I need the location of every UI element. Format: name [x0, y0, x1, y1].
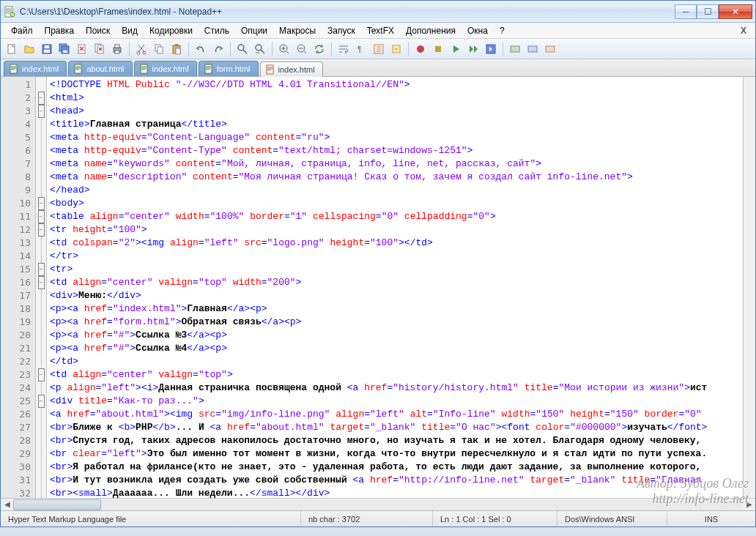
- copy-icon[interactable]: [151, 41, 167, 57]
- svg-rect-38: [205, 64, 212, 73]
- toolbar-separator: [230, 42, 231, 56]
- minimize-button[interactable]: ─: [675, 4, 697, 19]
- tabbar: index.html about.html index.html form.ht…: [1, 59, 755, 77]
- toolbar: ¶: [1, 39, 755, 59]
- svg-rect-18: [158, 47, 163, 53]
- toggle-2-icon[interactable]: [525, 41, 541, 57]
- file-icon: [139, 64, 149, 74]
- toolbar-separator: [188, 42, 189, 56]
- replace-icon[interactable]: [252, 41, 268, 57]
- svg-rect-13: [115, 45, 119, 48]
- menu-plugins[interactable]: Дополнения: [400, 24, 462, 37]
- vertical-scrollbar[interactable]: [743, 77, 755, 498]
- toggle-1-icon[interactable]: [507, 41, 523, 57]
- close-all-icon[interactable]: [92, 41, 108, 57]
- svg-point-1: [10, 12, 15, 17]
- stop-macro-icon[interactable]: [430, 41, 446, 57]
- play-macro-icon[interactable]: [448, 41, 464, 57]
- tab-label: about.html: [86, 64, 124, 73]
- menu-close-x[interactable]: X: [736, 26, 751, 36]
- svg-rect-2: [8, 45, 15, 53]
- svg-rect-39: [267, 65, 273, 74]
- code-editor[interactable]: <!DOCTYPE HTML Public "-//W3C//DTD HTML …: [47, 77, 743, 498]
- menu-edit[interactable]: Правка: [39, 24, 81, 37]
- svg-rect-35: [10, 64, 17, 73]
- status-encoding: Dos\Windows ANSI: [557, 511, 667, 526]
- svg-rect-14: [115, 51, 119, 53]
- open-file-icon[interactable]: [21, 41, 37, 57]
- maximize-button[interactable]: ☐: [697, 4, 719, 19]
- redo-icon[interactable]: [210, 41, 226, 57]
- tab-label: form.html: [217, 64, 251, 73]
- fold-icon[interactable]: [388, 41, 404, 57]
- menu-run[interactable]: Запуск: [322, 24, 361, 37]
- menu-macros[interactable]: Макросы: [273, 24, 322, 37]
- tab-index-active[interactable]: index.html: [260, 62, 323, 77]
- new-file-icon[interactable]: [4, 41, 20, 57]
- word-wrap-icon[interactable]: [336, 41, 352, 57]
- toolbar-separator: [272, 42, 273, 56]
- save-all-icon[interactable]: [56, 41, 73, 57]
- show-all-icon[interactable]: ¶: [353, 41, 369, 57]
- zoom-out-icon[interactable]: [294, 41, 310, 57]
- indent-guide-icon[interactable]: [371, 41, 387, 57]
- status-mode[interactable]: INS: [667, 511, 755, 526]
- undo-icon[interactable]: [193, 41, 209, 57]
- svg-rect-36: [75, 64, 81, 73]
- menu-search[interactable]: Поиск: [80, 24, 116, 37]
- zoom-in-icon[interactable]: [276, 41, 292, 57]
- save-icon[interactable]: [39, 41, 55, 57]
- editor-area[interactable]: 1234567891011121314151617181920212223242…: [1, 77, 755, 498]
- menu-file[interactable]: Файл: [5, 24, 39, 37]
- tab-index-2[interactable]: index.html: [134, 61, 197, 76]
- scrollbar-thumb[interactable]: [13, 499, 101, 510]
- menu-encoding[interactable]: Кодировки: [144, 24, 199, 37]
- close-button[interactable]: ✕: [719, 4, 752, 19]
- tab-label: index.html: [152, 64, 189, 73]
- toolbar-separator: [331, 42, 332, 56]
- titlebar[interactable]: C:\Users\1\Desktop\Frames\index.html - N…: [1, 1, 755, 23]
- scrollbar-track[interactable]: [13, 499, 743, 510]
- tab-about[interactable]: about.html: [68, 61, 132, 76]
- play-multiple-icon[interactable]: [465, 41, 481, 57]
- menu-options[interactable]: Опции: [235, 24, 273, 37]
- toggle-3-icon[interactable]: [542, 41, 558, 57]
- tab-form[interactable]: form.html: [199, 61, 259, 76]
- sync-icon[interactable]: [311, 41, 327, 57]
- tab-index-1[interactable]: index.html: [4, 61, 67, 76]
- record-macro-icon[interactable]: [412, 41, 429, 57]
- svg-rect-33: [528, 46, 537, 52]
- tab-label: index.html: [278, 65, 315, 74]
- file-icon: [265, 64, 275, 75]
- svg-text:¶: ¶: [357, 45, 361, 53]
- toolbar-separator: [503, 42, 503, 56]
- window-title: C:\Users\1\Desktop\Frames\index.html - N…: [20, 7, 675, 17]
- status-filetype: Hyper Text Markup Language file: [1, 511, 301, 526]
- svg-rect-8: [63, 51, 67, 53]
- svg-rect-30: [435, 46, 441, 52]
- line-number-gutter: 1234567891011121314151617181920212223242…: [1, 77, 36, 498]
- close-file-icon[interactable]: [74, 41, 90, 57]
- menu-view[interactable]: Вид: [116, 24, 144, 37]
- cut-icon[interactable]: [133, 41, 149, 57]
- svg-rect-34: [546, 46, 555, 52]
- file-icon: [73, 64, 84, 74]
- menu-textfx[interactable]: TextFX: [361, 24, 400, 37]
- menu-windows[interactable]: Окна: [462, 24, 494, 37]
- menu-style[interactable]: Стиль: [199, 24, 235, 37]
- paste-icon[interactable]: [168, 41, 185, 57]
- app-icon: [4, 6, 15, 18]
- status-nbchar: nb char : 3702: [301, 511, 433, 526]
- horizontal-scrollbar[interactable]: ◀ ▶: [1, 498, 755, 510]
- save-macro-icon[interactable]: [483, 41, 499, 57]
- statusbar: Hyper Text Markup Language file nb char …: [1, 510, 755, 526]
- svg-point-22: [238, 45, 244, 51]
- find-icon[interactable]: [234, 41, 251, 57]
- scroll-left-arrow[interactable]: ◀: [1, 499, 13, 510]
- svg-rect-20: [175, 44, 178, 46]
- menu-help[interactable]: ?: [494, 24, 511, 37]
- fold-column[interactable]: −−−−−−−−−: [36, 77, 47, 498]
- print-icon[interactable]: [109, 41, 125, 57]
- svg-rect-4: [45, 45, 49, 48]
- scroll-right-arrow[interactable]: ▶: [743, 499, 755, 510]
